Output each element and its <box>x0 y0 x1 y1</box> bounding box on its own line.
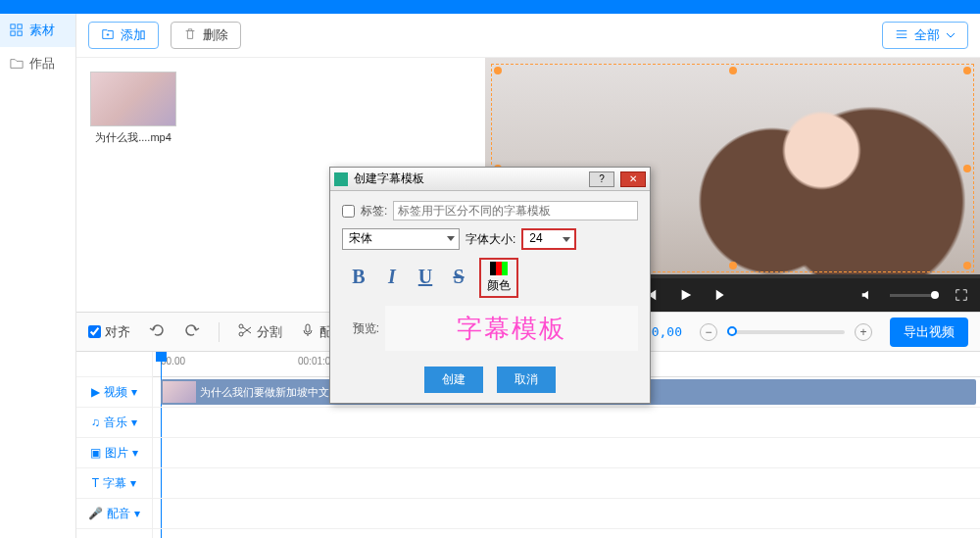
zoom-slider[interactable] <box>727 330 845 334</box>
bold-button[interactable]: B <box>346 266 371 291</box>
underline-button[interactable]: U <box>413 266 438 291</box>
export-label: 导出视频 <box>904 324 955 339</box>
track-label-voiceover[interactable]: 🎤配音▾ <box>76 499 152 529</box>
font-select[interactable]: 宋体 <box>342 228 460 250</box>
align-checkbox-input[interactable] <box>88 325 101 338</box>
cancel-button[interactable]: 取消 <box>497 367 556 393</box>
split-label: 分割 <box>257 323 282 341</box>
tag-checkbox[interactable] <box>342 205 355 218</box>
folder-icon <box>10 57 24 71</box>
track-label-subtitle[interactable]: T字幕▾ <box>76 468 152 499</box>
svg-rect-2 <box>11 31 15 35</box>
dialog-title: 创建字幕模板 <box>354 171 583 187</box>
nav-item-works[interactable]: 作品 <box>0 47 75 80</box>
create-button[interactable]: 创建 <box>424 367 483 393</box>
media-clip[interactable]: 为什么我....mp4 <box>90 72 176 145</box>
track-image[interactable] <box>153 438 980 468</box>
resize-handle[interactable] <box>963 67 971 74</box>
close-button[interactable]: ✕ <box>620 171 646 187</box>
app-icon <box>334 172 348 186</box>
track-label-video[interactable]: ▶视频▾ <box>76 377 152 408</box>
resize-handle[interactable] <box>494 67 502 74</box>
chevron-down-icon: ▾ <box>131 385 137 399</box>
redo-icon[interactable] <box>183 321 201 342</box>
mic-icon: 🎤 <box>88 507 103 520</box>
trash-icon <box>183 27 197 44</box>
add-icon <box>101 27 115 44</box>
image-icon: ▣ <box>90 446 101 460</box>
strikethrough-button[interactable]: S <box>446 266 471 291</box>
text-icon: T <box>92 476 99 490</box>
nav-label: 素材 <box>29 22 55 39</box>
align-label: 对齐 <box>105 323 130 341</box>
grid-icon <box>10 24 24 37</box>
fullscreen-icon[interactable] <box>955 288 968 302</box>
undo-icon[interactable] <box>148 321 166 342</box>
clip-thumbnail <box>163 381 196 403</box>
resize-handle[interactable] <box>963 165 971 172</box>
track-label-music[interactable]: ♫音乐▾ <box>76 408 152 438</box>
clip-thumbnail <box>90 72 176 126</box>
fontsize-value: 24 <box>529 231 542 245</box>
fontsize-label: 字体大小: <box>466 231 515 248</box>
track-music[interactable] <box>153 408 980 438</box>
preview-text: 字幕模板 <box>457 312 566 346</box>
tag-input[interactable] <box>393 201 638 220</box>
zoom-knob[interactable] <box>727 326 737 336</box>
split-tool[interactable]: 分割 <box>237 322 282 341</box>
font-value: 宋体 <box>349 231 372 245</box>
music-icon: ♫ <box>91 416 100 429</box>
zoom-out-button[interactable]: − <box>700 323 717 341</box>
help-button[interactable]: ? <box>589 171 614 187</box>
chevron-down-icon: ▾ <box>131 416 137 429</box>
dialog-titlebar[interactable]: 创建字幕模板 ? ✕ <box>330 168 650 191</box>
scissors-icon <box>237 322 253 341</box>
resize-handle[interactable] <box>729 67 737 74</box>
volume-slider[interactable] <box>890 294 939 297</box>
library-toolbar: 添加 删除 全部 <box>76 14 980 58</box>
track-label-image[interactable]: ▣图片▾ <box>76 438 152 468</box>
zoom-controls: − + <box>700 323 872 341</box>
svg-point-6 <box>239 324 243 328</box>
delete-button[interactable]: 删除 <box>171 22 241 49</box>
next-icon[interactable] <box>714 288 728 302</box>
italic-button[interactable]: I <box>379 266 405 291</box>
mic-icon <box>300 322 316 341</box>
align-checkbox[interactable]: 对齐 <box>88 323 130 341</box>
svg-rect-0 <box>11 24 15 28</box>
resize-handle[interactable] <box>729 262 737 269</box>
color-label: 颜色 <box>487 277 511 294</box>
chevron-down-icon <box>563 237 570 242</box>
subtitle-preview: 字幕模板 <box>385 306 638 351</box>
color-picker[interactable]: 颜色 <box>479 258 518 298</box>
volume-icon[interactable] <box>860 288 874 302</box>
filter-button-label: 全部 <box>914 26 940 44</box>
play-icon[interactable] <box>679 288 693 302</box>
track-labels: ▶视频▾ ♫音乐▾ ▣图片▾ T字幕▾ 🎤配音▾ <box>76 352 153 538</box>
clip-filename: 为什么我....mp4 <box>90 130 176 145</box>
filter-button[interactable]: 全部 <box>882 22 968 49</box>
chevron-down-icon: ▾ <box>134 507 140 520</box>
export-button[interactable]: 导出视频 <box>890 318 968 347</box>
resize-handle[interactable] <box>963 262 971 269</box>
chevron-down-icon <box>946 28 956 43</box>
add-button[interactable]: 添加 <box>88 22 159 49</box>
chevron-down-icon: ▾ <box>132 446 138 460</box>
track-subtitle[interactable] <box>153 468 980 499</box>
video-icon: ▶ <box>91 385 100 399</box>
window-titlebar <box>0 0 980 14</box>
svg-rect-8 <box>306 324 310 332</box>
chevron-down-icon <box>447 236 455 241</box>
svg-rect-3 <box>18 31 22 35</box>
delete-button-label: 删除 <box>203 26 228 44</box>
create-subtitle-template-dialog: 创建字幕模板 ? ✕ 标签: 宋体 字体大小: 24 B I U S <box>329 167 651 404</box>
zoom-in-button[interactable]: + <box>855 323 872 341</box>
preview-label: 预览: <box>342 320 379 337</box>
nav-item-material[interactable]: 素材 <box>0 14 75 47</box>
list-icon <box>895 27 908 44</box>
track-voiceover[interactable] <box>153 499 980 529</box>
nav-label: 作品 <box>29 55 55 73</box>
fontsize-select[interactable]: 24 <box>521 228 576 250</box>
chevron-down-icon: ▾ <box>130 476 136 490</box>
svg-point-7 <box>239 332 243 336</box>
